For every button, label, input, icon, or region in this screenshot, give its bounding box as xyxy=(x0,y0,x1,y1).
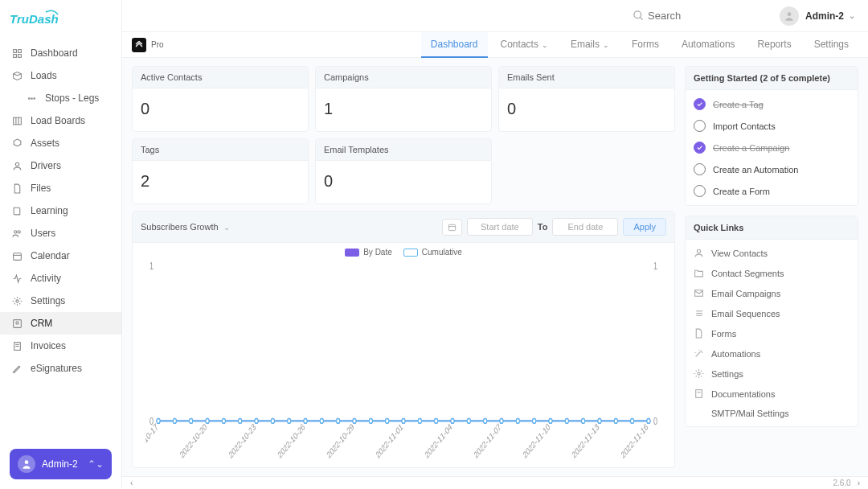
calendar-icon[interactable] xyxy=(442,219,462,236)
checklist-item[interactable]: Create an Automation xyxy=(686,158,858,180)
svg-point-73 xyxy=(304,418,307,423)
scroll-right-icon[interactable]: › xyxy=(858,479,860,487)
tab-dashboard[interactable]: Dashboard xyxy=(421,32,488,58)
sidebar-item-learning[interactable]: Learning xyxy=(0,199,121,222)
user-name: Admin-2 xyxy=(805,10,844,22)
sidebar-item-dashboard[interactable]: Dashboard xyxy=(0,42,121,64)
sidebar-item-label: Loads xyxy=(31,70,57,81)
sidebar-item-files[interactable]: Files xyxy=(0,177,121,199)
svg-text:2022-10-29: 2022-10-29 xyxy=(326,421,355,460)
quick-link-item[interactable]: Settings xyxy=(686,364,858,384)
quick-link-item[interactable]: SMTP/Mail Settings xyxy=(686,404,858,423)
sidebar-item-label: Invoices xyxy=(31,340,66,351)
quick-link-item[interactable]: View Contacts xyxy=(686,243,858,263)
app-logo[interactable]: TruDash xyxy=(0,0,121,39)
check-circle-icon xyxy=(694,185,706,197)
legend-item[interactable]: Cumulative xyxy=(403,248,462,257)
chart-title-dropdown[interactable]: Subscribers Growth ⌄ xyxy=(141,222,230,232)
checklist-item[interactable]: Import Contacts xyxy=(686,115,858,137)
tab-emails[interactable]: Emails⌄ xyxy=(561,32,619,58)
end-date-input[interactable]: End date xyxy=(552,218,618,236)
svg-point-6 xyxy=(28,97,30,99)
quick-link-item[interactable]: Email Campaigns xyxy=(686,283,858,303)
sidebar-item-stops-legs[interactable]: Stops - Legs xyxy=(0,87,121,109)
sidebar-item-loads[interactable]: Loads xyxy=(0,64,121,87)
svg-point-90 xyxy=(582,418,585,423)
chevron-down-icon: ⌄ xyxy=(849,11,855,20)
getting-started-panel: Getting Started (2 of 5 complete) Create… xyxy=(685,66,858,206)
sidebar-item-activity[interactable]: Activity xyxy=(0,267,121,290)
quick-link-item[interactable]: Forms xyxy=(686,323,858,343)
svg-point-74 xyxy=(320,418,323,423)
stat-grid: Active Contacts0Campaigns1Emails Sent0Ta… xyxy=(132,66,675,204)
checklist-item[interactable]: Create a Tag xyxy=(686,93,858,115)
stat-card-active-contacts: Active Contacts0 xyxy=(132,66,309,132)
cube-icon xyxy=(11,138,23,149)
sidebar-item-label: Settings xyxy=(31,295,65,306)
sidebar-item-label: Load Boards xyxy=(31,115,85,126)
svg-line-25 xyxy=(641,17,643,19)
checklist-item[interactable]: Create a Campaign xyxy=(686,137,858,158)
sidebar-item-invoices[interactable]: Invoices xyxy=(0,335,121,357)
svg-point-70 xyxy=(255,418,258,423)
file-icon xyxy=(694,328,704,339)
footer: ‹ 2.6.0 › xyxy=(122,476,868,489)
svg-text:2022-11-10: 2022-11-10 xyxy=(522,421,551,460)
tab-contacts[interactable]: Contacts⌄ xyxy=(491,32,558,58)
stat-card-campaigns: Campaigns1 xyxy=(315,66,492,132)
user-menu[interactable]: Admin-2 ⌄ xyxy=(780,6,855,26)
svg-point-78 xyxy=(386,418,389,423)
sidebar-item-label: Calendar xyxy=(31,250,70,261)
sidebar-item-crm[interactable]: CRM xyxy=(0,312,121,335)
sidebar-item-load-boards[interactable]: Load Boards xyxy=(0,109,121,132)
svg-text:2022-10-26: 2022-10-26 xyxy=(276,421,306,460)
tab-automations[interactable]: Automations xyxy=(672,32,745,58)
tab-forms[interactable]: Forms xyxy=(622,32,669,58)
user-pill[interactable]: Admin-2 ⌃⌄ xyxy=(10,449,112,479)
svg-point-64 xyxy=(157,418,160,423)
svg-point-13 xyxy=(14,230,16,232)
tab-reports[interactable]: Reports xyxy=(748,32,801,58)
sidebar-item-label: Learning xyxy=(31,205,68,216)
search[interactable] xyxy=(633,10,760,22)
check-circle-icon xyxy=(694,120,706,132)
search-input[interactable] xyxy=(648,10,760,22)
svg-point-14 xyxy=(18,230,20,232)
users-icon xyxy=(11,228,23,239)
svg-point-85 xyxy=(500,418,503,423)
sidebar-item-calendar[interactable]: Calendar xyxy=(0,244,121,267)
svg-point-92 xyxy=(614,418,617,423)
stat-value: 0 xyxy=(499,88,674,131)
legend-item[interactable]: By Date xyxy=(345,248,392,257)
quick-link-item[interactable]: Automations xyxy=(686,343,858,364)
sidebar-item-assets[interactable]: Assets xyxy=(0,132,121,154)
sidebar-item-users[interactable]: Users xyxy=(0,222,121,244)
quick-link-item[interactable]: Email Sequences xyxy=(686,303,858,323)
stat-title: Emails Sent xyxy=(499,67,674,88)
sidebar-item-settings[interactable]: Settings xyxy=(0,290,121,312)
stat-card-emails-sent: Emails Sent0 xyxy=(498,66,675,132)
start-date-input[interactable]: Start date xyxy=(467,218,533,236)
apply-button[interactable]: Apply xyxy=(623,218,666,236)
sidebar-item-esignatures[interactable]: eSignatures xyxy=(0,357,121,380)
activity-icon xyxy=(11,273,23,284)
svg-rect-27 xyxy=(448,224,455,230)
dots-icon xyxy=(26,92,37,104)
quick-link-item[interactable]: Documentations xyxy=(686,384,858,404)
quick-link-item[interactable]: Contact Segments xyxy=(686,263,858,283)
version: 2.6.0 xyxy=(833,479,850,487)
scroll-left-icon[interactable]: ‹ xyxy=(130,479,133,487)
quick-links-list: View ContactsContact SegmentsEmail Campa… xyxy=(686,240,858,426)
svg-point-66 xyxy=(190,418,193,423)
checklist-label: Import Contacts xyxy=(713,121,776,131)
svg-text:Dash: Dash xyxy=(29,12,59,26)
sidebar-item-label: Activity xyxy=(31,273,61,284)
avatar-icon xyxy=(780,6,799,26)
svg-text:1: 1 xyxy=(653,261,657,272)
tab-settings[interactable]: Settings xyxy=(805,32,858,58)
brand-chip[interactable] xyxy=(132,38,146,52)
list-icon xyxy=(694,308,704,318)
svg-point-26 xyxy=(788,12,792,16)
sidebar-item-drivers[interactable]: Drivers xyxy=(0,154,121,177)
checklist-item[interactable]: Create a Form xyxy=(686,180,858,202)
